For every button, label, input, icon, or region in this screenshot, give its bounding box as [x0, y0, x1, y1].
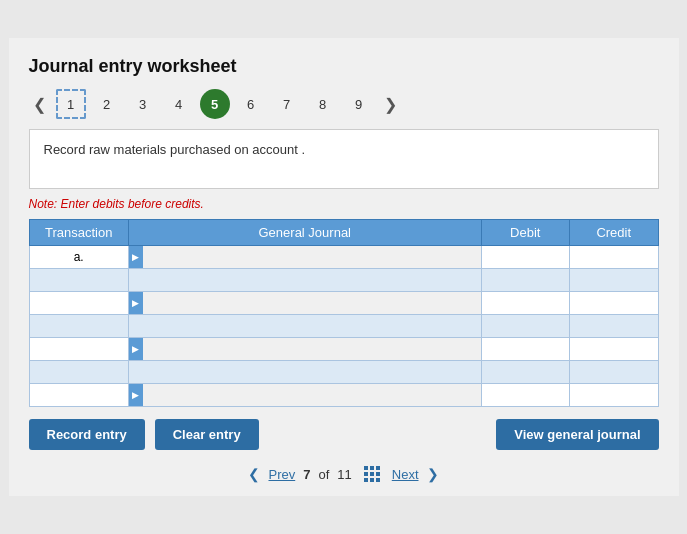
grid-icon[interactable] — [364, 466, 380, 482]
next-page-arrow[interactable]: ❯ — [380, 93, 401, 116]
bottom-next-arrow[interactable]: ❯ — [427, 466, 439, 482]
row-arrow-5: ▶ — [129, 338, 143, 360]
journal-cell: ▶ — [128, 246, 481, 269]
bottom-total-pages: 11 — [337, 467, 351, 482]
debit-input-1[interactable] — [482, 246, 569, 268]
table-row: ▶ — [29, 338, 658, 361]
bottom-prev-arrow[interactable]: ❮ — [248, 466, 260, 482]
page-title: Journal entry worksheet — [29, 56, 659, 77]
instruction-text: Record raw materials purchased on accoun… — [44, 142, 306, 157]
trans-cell-2 — [29, 269, 128, 292]
debit-cell-6 — [481, 361, 569, 384]
trans-cell-a: a. — [29, 246, 128, 269]
table-row — [29, 269, 658, 292]
bottom-of-label: of — [318, 467, 329, 482]
debit-input-2[interactable] — [482, 269, 569, 291]
debit-input-6[interactable] — [482, 361, 569, 383]
journal-table: Transaction General Journal Debit Credit… — [29, 219, 659, 407]
view-general-journal-button[interactable]: View general journal — [496, 419, 658, 450]
pagination: ❮ 1 2 3 4 5 6 7 8 9 ❯ — [29, 89, 659, 119]
credit-cell-6 — [569, 361, 658, 384]
journal-input-4[interactable] — [143, 315, 481, 337]
page-8[interactable]: 8 — [308, 89, 338, 119]
credit-cell-4 — [569, 315, 658, 338]
journal-cell-7: ▶ — [128, 384, 481, 407]
credit-cell-5 — [569, 338, 658, 361]
record-entry-button[interactable]: Record entry — [29, 419, 145, 450]
journal-input-6[interactable] — [143, 361, 481, 383]
debit-input-3[interactable] — [482, 292, 569, 314]
journal-cell-5: ▶ — [128, 338, 481, 361]
credit-input-7[interactable] — [570, 384, 658, 406]
credit-input-4[interactable] — [570, 315, 658, 337]
row-arrow-3: ▶ — [129, 292, 143, 314]
col-header-credit: Credit — [569, 220, 658, 246]
bottom-prev-link[interactable]: Prev — [268, 467, 295, 482]
credit-cell-7 — [569, 384, 658, 407]
prev-page-arrow[interactable]: ❮ — [29, 93, 50, 116]
credit-input-6[interactable] — [570, 361, 658, 383]
debit-input-7[interactable] — [482, 384, 569, 406]
debit-cell-5 — [481, 338, 569, 361]
debit-cell-2 — [481, 269, 569, 292]
credit-input-1[interactable] — [570, 246, 658, 268]
debit-cell-7 — [481, 384, 569, 407]
journal-input-2[interactable] — [143, 269, 481, 291]
trans-cell-6 — [29, 361, 128, 384]
journal-cell-2 — [128, 269, 481, 292]
journal-input-7[interactable] — [143, 384, 481, 406]
page-6[interactable]: 6 — [236, 89, 266, 119]
table-row — [29, 361, 658, 384]
journal-input-1[interactable] — [143, 246, 481, 268]
note-text: Note: Enter debits before credits. — [29, 197, 659, 211]
credit-cell-3 — [569, 292, 658, 315]
col-header-transaction: Transaction — [29, 220, 128, 246]
journal-cell-3: ▶ — [128, 292, 481, 315]
row-arrow-7: ▶ — [129, 384, 143, 406]
credit-cell-2 — [569, 269, 658, 292]
page-5[interactable]: 5 — [200, 89, 230, 119]
row-arrow-1: ▶ — [129, 246, 143, 268]
debit-cell-3 — [481, 292, 569, 315]
instruction-box: Record raw materials purchased on accoun… — [29, 129, 659, 189]
table-row: a. ▶ — [29, 246, 658, 269]
journal-input-5[interactable] — [143, 338, 481, 360]
bottom-current-page: 7 — [303, 467, 310, 482]
credit-input-5[interactable] — [570, 338, 658, 360]
table-row: ▶ — [29, 292, 658, 315]
page-9[interactable]: 9 — [344, 89, 374, 119]
page-2[interactable]: 2 — [92, 89, 122, 119]
debit-input-5[interactable] — [482, 338, 569, 360]
bottom-navigation: ❮ Prev 7 of 11 Next ❯ — [29, 466, 659, 482]
trans-cell-5 — [29, 338, 128, 361]
journal-cell-4 — [128, 315, 481, 338]
table-row — [29, 315, 658, 338]
col-header-general-journal: General Journal — [128, 220, 481, 246]
debit-input-4[interactable] — [482, 315, 569, 337]
journal-input-3[interactable] — [143, 292, 481, 314]
page-1[interactable]: 1 — [56, 89, 86, 119]
page-4[interactable]: 4 — [164, 89, 194, 119]
credit-input-3[interactable] — [570, 292, 658, 314]
col-header-debit: Debit — [481, 220, 569, 246]
credit-input-2[interactable] — [570, 269, 658, 291]
table-row: ▶ — [29, 384, 658, 407]
credit-cell-1 — [569, 246, 658, 269]
clear-entry-button[interactable]: Clear entry — [155, 419, 259, 450]
debit-cell-1 — [481, 246, 569, 269]
page-3[interactable]: 3 — [128, 89, 158, 119]
trans-cell-3 — [29, 292, 128, 315]
page-7[interactable]: 7 — [272, 89, 302, 119]
bottom-next-link[interactable]: Next — [392, 467, 419, 482]
trans-cell-7 — [29, 384, 128, 407]
debit-cell-4 — [481, 315, 569, 338]
trans-cell-4 — [29, 315, 128, 338]
action-buttons: Record entry Clear entry View general jo… — [29, 419, 659, 450]
journal-cell-6 — [128, 361, 481, 384]
